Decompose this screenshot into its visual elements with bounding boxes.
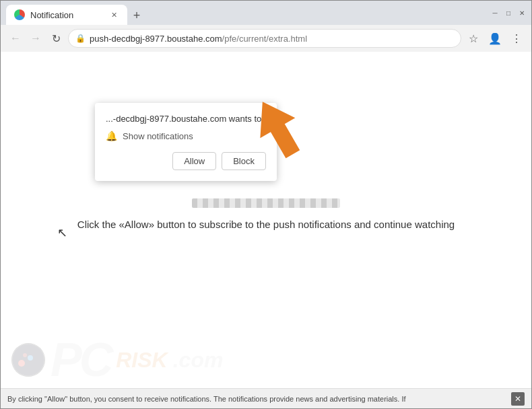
pc-letters: PC xyxy=(51,333,110,387)
url-text: push-decdbgj-8977.boustahe.com/pfe/curre… xyxy=(90,34,454,44)
forward-button[interactable]: → xyxy=(28,30,44,46)
svg-point-5 xyxy=(23,353,27,357)
notification-popup: ...-decdbgj-8977.boustahe.com wants to 🔔… xyxy=(95,103,277,181)
title-bar: Notification ✕ + ─ □ ✕ xyxy=(1,1,531,25)
dot-com: .com xyxy=(173,348,224,373)
close-window-button[interactable]: ✕ xyxy=(518,9,526,17)
tab-label: Notification xyxy=(30,10,73,20)
active-tab[interactable]: Notification ✕ xyxy=(6,5,127,25)
arrow-indicator xyxy=(260,100,314,161)
svg-point-2 xyxy=(12,344,44,376)
browser-window: Notification ✕ + ─ □ ✕ ← → ↻ 🔒 push-decd… xyxy=(0,0,532,409)
tab-close-button[interactable]: ✕ xyxy=(108,9,119,20)
svg-marker-1 xyxy=(260,100,310,161)
bottom-notif-text: By clicking "Allow" button, you consent … xyxy=(7,395,406,403)
notification-buttons: Allow Block xyxy=(106,152,266,170)
logo-circle xyxy=(11,343,45,377)
progress-bar xyxy=(192,198,340,208)
minimize-button[interactable]: ─ xyxy=(491,9,499,17)
bottom-notification-bar: By clicking "Allow" button, you consent … xyxy=(1,388,531,408)
svg-point-4 xyxy=(28,355,33,361)
tab-favicon xyxy=(14,9,25,20)
maximize-button[interactable]: □ xyxy=(504,9,512,17)
address-bar: ← → ↻ 🔒 push-decdbgj-8977.boustahe.com/p… xyxy=(1,25,531,52)
show-notifications-label: Show notifications xyxy=(123,131,193,141)
lock-icon: 🔒 xyxy=(75,34,86,43)
bottom-notif-close[interactable]: ✕ xyxy=(511,392,525,406)
back-button[interactable]: ← xyxy=(7,30,24,46)
pc-risk-logo: PC RISK .com xyxy=(1,333,223,387)
new-tab-button[interactable]: + xyxy=(127,6,146,25)
instruction-text: Click the «Allow» button to subscribe to… xyxy=(57,219,475,230)
url-bar[interactable]: 🔒 push-decdbgj-8977.boustahe.com/pfe/cur… xyxy=(68,29,461,48)
bookmark-icon[interactable]: ☆ xyxy=(465,30,481,46)
page-content: ...-decdbgj-8977.boustahe.com wants to 🔔… xyxy=(1,52,531,408)
allow-button[interactable]: Allow xyxy=(172,152,216,170)
menu-icon[interactable]: ⋮ xyxy=(508,30,525,46)
svg-point-3 xyxy=(18,360,25,367)
tab-area: Notification ✕ + xyxy=(6,1,483,25)
reload-button[interactable]: ↻ xyxy=(48,30,64,46)
notification-bell-row: 🔔 Show notifications xyxy=(106,131,266,141)
risk-letters: RISK xyxy=(116,348,167,373)
logo-svg xyxy=(11,343,45,377)
profile-icon[interactable]: 👤 xyxy=(487,30,503,46)
window-controls: ─ □ ✕ xyxy=(491,9,526,17)
toolbar-icons: ☆ 👤 ⋮ xyxy=(465,30,525,46)
bell-icon: 🔔 xyxy=(106,131,117,141)
notification-header: ...-decdbgj-8977.boustahe.com wants to xyxy=(106,114,266,124)
